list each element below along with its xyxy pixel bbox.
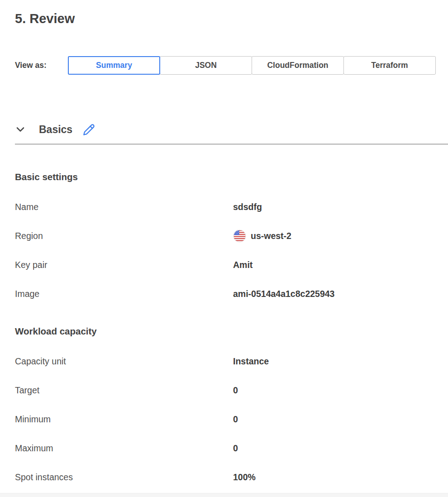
- summary-row-capacity-unit: Capacity unit Instance: [15, 355, 448, 367]
- row-label: Capacity unit: [15, 355, 233, 367]
- summary-row-image: Image ami-0514a4a1c8c225943: [15, 288, 448, 300]
- row-value: 100%: [233, 471, 256, 483]
- tab-summary[interactable]: Summary: [68, 56, 160, 75]
- row-value: Amit: [233, 259, 253, 271]
- summary-row-target: Target 0: [15, 384, 448, 396]
- row-value: 0: [233, 413, 238, 425]
- row-label: Spot instances: [15, 471, 233, 483]
- row-value: sdsdfg: [233, 201, 262, 213]
- section-divider: [15, 143, 448, 145]
- summary-row-name: Name sdsdfg: [15, 201, 448, 213]
- summary-row-key-pair: Key pair Amit: [15, 259, 448, 271]
- row-label: Name: [15, 201, 233, 213]
- row-label: Region: [15, 230, 233, 242]
- summary-row-minimum: Minimum 0: [15, 413, 448, 425]
- row-label: Maximum: [15, 442, 233, 454]
- pencil-edit-icon[interactable]: [82, 123, 95, 136]
- tab-terraform[interactable]: Terraform: [343, 56, 436, 75]
- group-heading-basic-settings: Basic settings: [15, 171, 448, 183]
- group-heading-workload-capacity: Workload capacity: [15, 325, 448, 337]
- summary-row-maximum: Maximum 0: [15, 442, 448, 454]
- next-section-divider: [0, 493, 448, 497]
- row-value: ami-0514a4a1c8c225943: [233, 288, 334, 300]
- row-value: Instance: [233, 355, 269, 367]
- row-value: 0: [233, 384, 238, 396]
- view-as-label: View as:: [15, 56, 68, 75]
- row-value: 0: [233, 442, 238, 454]
- review-step-panel: 5. Review View as: Summary JSON CloudFor…: [0, 11, 448, 483]
- row-label: Image: [15, 288, 233, 300]
- basics-section-header: Basics: [15, 122, 448, 137]
- view-as-control: View as: Summary JSON CloudFormation Ter…: [15, 56, 448, 75]
- row-label: Minimum: [15, 413, 233, 425]
- row-value: us-west-2: [233, 230, 291, 242]
- basics-section-title: Basics: [39, 124, 72, 136]
- page-title: 5. Review: [15, 11, 448, 26]
- row-label: Target: [15, 384, 233, 396]
- chevron-down-icon[interactable]: [15, 124, 26, 135]
- tab-json[interactable]: JSON: [160, 56, 252, 75]
- summary-row-spot-instances: Spot instances 100%: [15, 471, 448, 483]
- us-flag-icon: [233, 231, 246, 241]
- view-as-tabs: Summary JSON CloudFormation Terraform: [68, 56, 436, 75]
- tab-cloudformation[interactable]: CloudFormation: [252, 56, 344, 75]
- row-label: Key pair: [15, 259, 233, 271]
- region-value: us-west-2: [251, 230, 291, 242]
- summary-row-region: Region: [15, 230, 448, 242]
